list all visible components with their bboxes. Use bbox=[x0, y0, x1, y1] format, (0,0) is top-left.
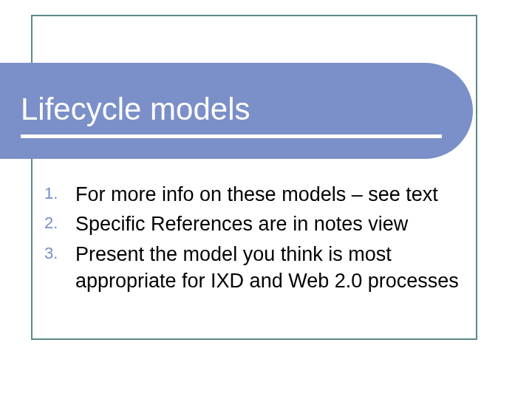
list-item: For more info on these models – see text bbox=[44, 181, 495, 208]
title-banner: Lifecycle models bbox=[0, 63, 473, 159]
list-item: Specific References are in notes view bbox=[44, 211, 495, 237]
list-item: Present the model you think is most appr… bbox=[44, 241, 495, 295]
slide-title: Lifecycle models bbox=[21, 92, 473, 127]
content-list: For more info on these models – see text… bbox=[44, 181, 495, 298]
title-underline bbox=[21, 134, 442, 138]
